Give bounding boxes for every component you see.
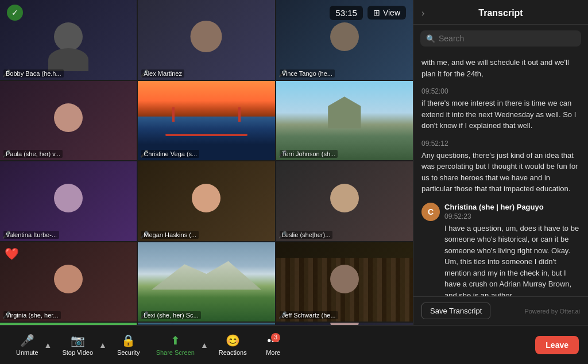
grid-icon: ⊞ bbox=[373, 8, 380, 17]
stop-video-label: Stop Video bbox=[62, 349, 93, 356]
video-chevron-button[interactable]: ▲ bbox=[98, 339, 108, 351]
transcript-time-2: 09:52:12 bbox=[421, 140, 580, 148]
transcript-text-1: if there's more interest in there is tim… bbox=[421, 98, 580, 131]
view-label: View bbox=[383, 8, 400, 17]
unmute-button[interactable]: 🎤 Unmute bbox=[9, 330, 45, 359]
transcript-chevron-icon[interactable]: › bbox=[421, 8, 424, 18]
transcript-block-0: with me, and we will schedule it out and… bbox=[421, 57, 580, 79]
unmute-group: 🎤 Unmute ▲ bbox=[9, 330, 53, 359]
transcript-time-1: 09:52:00 bbox=[421, 87, 580, 95]
speaker-block-3: C Christina (she | her) Paguyo 09:52:23 … bbox=[421, 203, 580, 297]
participant-name-0: Bobby Baca (he.h... bbox=[3, 69, 64, 78]
participant-cell-10[interactable]: 🎤 Lexi (she, her) Sc... bbox=[138, 242, 274, 322]
reactions-icon: 😊 bbox=[226, 334, 240, 347]
security-icon: 🔒 bbox=[121, 334, 136, 347]
participant-name-10: Lexi (she, her) Sc... bbox=[141, 311, 200, 319]
participant-name-9: Virginia (she, her... bbox=[3, 311, 61, 319]
participant-cell-6[interactable]: 🎤 Valentina Iturbe-... bbox=[0, 161, 137, 241]
transcript-footer: Save Transcript Powered by Otter.ai bbox=[413, 296, 588, 325]
participant-name-6: Valentina Iturbe-... bbox=[3, 231, 59, 239]
leave-button[interactable]: Leave bbox=[535, 336, 579, 354]
search-input[interactable] bbox=[439, 34, 575, 43]
bottom-toolbar: 🎤 Unmute ▲ 📷 Stop Video ▲ 🔒 Security ⬆ S… bbox=[0, 325, 588, 364]
meeting-timer: 53:15 bbox=[330, 6, 363, 20]
transcript-text-0: with me, and we will schedule it out and… bbox=[421, 57, 580, 79]
more-button[interactable]: ••• 3 More bbox=[256, 331, 291, 359]
top-bar: ✓ 53:15 ⊞ View bbox=[0, 0, 413, 25]
mic-muted-icon: 🎤 bbox=[20, 334, 34, 347]
transcript-title: Transcript bbox=[478, 8, 523, 18]
speaker-name-3: Christina (she | her) Paguyo bbox=[444, 203, 580, 211]
share-screen-label: Share Screen bbox=[156, 349, 195, 356]
participant-cell-13[interactable]: 🎤 Christine (she.he... bbox=[138, 323, 274, 325]
participant-cell-5[interactable]: 🎤 Terri Johnson (sh... bbox=[276, 81, 413, 161]
transcript-content: with me, and we will schedule it out and… bbox=[413, 52, 588, 296]
participant-name-2: Vince Tango (he... bbox=[280, 69, 335, 78]
security-label: Security bbox=[117, 349, 140, 356]
speaker-info-3: Christina (she | her) Paguyo 09:52:23 I … bbox=[444, 203, 580, 297]
stop-video-button[interactable]: 📷 Stop Video bbox=[55, 330, 100, 359]
reactions-button[interactable]: 😊 Reactions bbox=[212, 330, 254, 359]
main-layout: ✓ 53:15 ⊞ View 🎤 Bobby Bac bbox=[0, 0, 588, 325]
participant-name-3: Paula (she, her) v... bbox=[3, 150, 63, 158]
participant-name-5: Terri Johnson (sh... bbox=[280, 150, 338, 158]
top-right-controls: 53:15 ⊞ View bbox=[330, 6, 406, 20]
search-bar[interactable]: 🔍 bbox=[420, 30, 581, 47]
participant-cell-4[interactable]: 🎤 Christine Vega (s... bbox=[138, 81, 274, 161]
more-badge: 3 bbox=[271, 333, 280, 342]
transcript-text-2: Any questions, there's just kind of an i… bbox=[421, 150, 580, 195]
participant-cell-7[interactable]: 🎤 Megan Haskins (... bbox=[138, 161, 274, 241]
unmute-label: Unmute bbox=[16, 349, 38, 356]
more-label: More bbox=[266, 349, 280, 356]
more-icon-wrapper: ••• 3 bbox=[267, 334, 279, 347]
transcript-panel: › Transcript 🔍 with me, and we will sche… bbox=[413, 0, 588, 325]
transcript-block-2: 09:52:12 Any questions, there's just kin… bbox=[421, 140, 580, 195]
video-icon: 📷 bbox=[71, 334, 85, 347]
participant-name-7: Megan Haskins (... bbox=[141, 231, 199, 239]
stop-video-group: 📷 Stop Video ▲ bbox=[55, 330, 107, 359]
participant-name-1: Alex Martinez bbox=[141, 69, 184, 78]
participant-cell-3[interactable]: 🎤 Paula (she, her) v... bbox=[0, 81, 137, 161]
security-shield-icon: ✓ bbox=[7, 5, 23, 21]
participant-cell-14[interactable]: 🎤 Amelia (she, her)... bbox=[276, 323, 413, 325]
share-screen-chevron-button[interactable]: ▲ bbox=[199, 339, 210, 351]
participant-cell-9[interactable]: ❤️ 🎤 Virginia (she, her... bbox=[0, 242, 137, 322]
transcript-time-3: 09:52:23 bbox=[444, 212, 580, 220]
share-screen-icon: ⬆ bbox=[171, 334, 180, 347]
speaker-avatar-3: C bbox=[421, 203, 440, 221]
search-icon: 🔍 bbox=[426, 34, 435, 43]
otter-branding: Powered by Otter.ai bbox=[524, 308, 580, 315]
participant-name-11: Jeff Schwartz (he... bbox=[280, 311, 338, 319]
save-transcript-button[interactable]: Save Transcript bbox=[421, 303, 490, 319]
transcript-block-1: 09:52:00 if there's more interest in the… bbox=[421, 87, 580, 131]
transcript-text-3: I have a question, um, does it have to b… bbox=[444, 223, 580, 297]
share-screen-group: ⬆ Share Screen ▲ bbox=[149, 330, 210, 359]
unmute-chevron-button[interactable]: ▲ bbox=[43, 339, 53, 351]
participant-name-4: Christine Vega (s... bbox=[141, 150, 199, 158]
video-grid: 🎤 Bobby Baca (he.h... 🎤 Alex Martinez bbox=[0, 0, 413, 325]
share-screen-button[interactable]: ⬆ Share Screen bbox=[149, 330, 202, 359]
participant-cell-8[interactable]: 🎤 Leslie (she|her)... bbox=[276, 161, 413, 241]
transcript-header: › Transcript bbox=[413, 0, 588, 25]
participant-cell-12[interactable]: on Adrian Murray Brown, and she is an au… bbox=[0, 323, 137, 325]
security-button[interactable]: 🔒 Security bbox=[110, 330, 147, 359]
video-area: ✓ 53:15 ⊞ View 🎤 Bobby Bac bbox=[0, 0, 413, 325]
participant-name-8: Leslie (she|her)... bbox=[280, 231, 333, 239]
participant-cell-11[interactable]: 🎤 Jeff Schwartz (he... bbox=[276, 242, 413, 322]
heart-reaction-9: ❤️ bbox=[5, 247, 19, 261]
reactions-label: Reactions bbox=[219, 349, 247, 356]
view-button[interactable]: ⊞ View bbox=[368, 6, 406, 20]
